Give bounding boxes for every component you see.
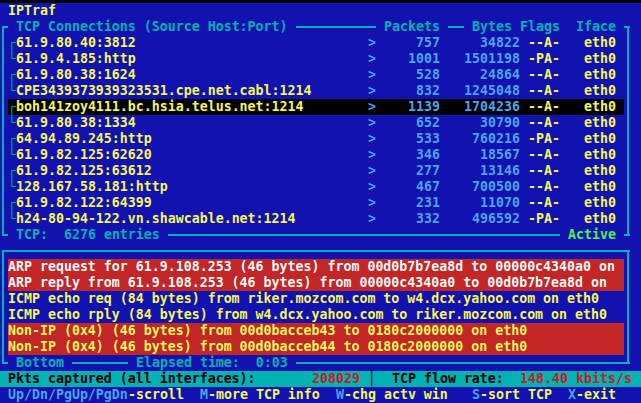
key-more-info[interactable]: M xyxy=(200,387,208,403)
tcp-connection-row[interactable]: ┌ 61.9.80.40:3812 > 757 34822 --A- eth0 xyxy=(0,35,641,51)
bytes-count: 11070 xyxy=(464,195,520,211)
pair-bracket-icon: ┌ xyxy=(8,67,16,83)
pair-bracket-icon: ┌ xyxy=(8,99,16,115)
top-black-strip xyxy=(0,0,641,3)
pair-bracket-icon: ┌ xyxy=(8,163,16,179)
interface-name: eth0 xyxy=(584,131,616,147)
packets-count: 332 xyxy=(384,211,440,227)
status-bar-row: Pkts captured (all interfaces): 208029 │… xyxy=(0,371,641,387)
direction-arrow-icon: > xyxy=(368,99,376,115)
tcp-flags: --A- xyxy=(528,83,560,99)
packets-count: 832 xyxy=(384,83,440,99)
packet-log-line: ICMP echo req (84 bytes) from riker.mozc… xyxy=(8,291,599,307)
tcp-panel-border-left xyxy=(2,26,4,236)
title-row: IPTraf xyxy=(0,3,641,19)
log-panel-border-top xyxy=(2,250,630,252)
pkts-captured-value: 208029 xyxy=(312,371,360,387)
tcp-connection-row[interactable]: ┌ 61.9.82.125:63612 > 277 13146 --A- eth… xyxy=(0,163,641,179)
interface-name: eth0 xyxy=(584,179,616,195)
key-change-window[interactable]: W xyxy=(336,387,344,403)
packet-log-row: ICMP echo req (84 bytes) from riker.mozc… xyxy=(0,291,641,307)
log-panel-border-bottom xyxy=(2,362,630,364)
elapsed-time-value: 0:03 xyxy=(256,355,288,370)
tcp-connection-row[interactable]: └ 61.9.80.38:1334 > 652 30790 --A- eth0 xyxy=(0,115,641,131)
connection-host: 61.9.80.38:1334 xyxy=(16,115,136,131)
log-panel-border-left xyxy=(2,250,4,364)
key-sort[interactable]: S xyxy=(472,387,480,403)
packet-log-line: ICMP echo rply (84 bytes) from w4.dcx.ya… xyxy=(8,307,607,323)
connection-host: 61.9.4.185:http xyxy=(16,51,136,67)
direction-arrow-icon: > xyxy=(368,35,376,51)
packet-log-row: ARP reply from 61.9.108.253 (46 bytes) f… xyxy=(0,275,641,291)
packet-log-line: ARP reply from 61.9.108.253 (46 bytes) f… xyxy=(8,275,607,291)
elapsed-time: Elapsed time: 0:03 xyxy=(128,355,296,371)
tcp-connection-row[interactable]: ┌ 64.94.89.245:http > 533 760216 -PA- et… xyxy=(0,131,641,147)
tcp-flags: --A- xyxy=(528,163,560,179)
bytes-count: 34822 xyxy=(464,35,520,51)
column-header-packets: Packets xyxy=(376,19,448,35)
tcp-connection-row[interactable]: └ h24-80-94-122.vn.shawcable.net:1214 > … xyxy=(0,211,641,227)
app-title: IPTraf xyxy=(8,3,56,19)
log-panel-border-right xyxy=(627,250,629,364)
packets-count: 231 xyxy=(384,195,440,211)
tcp-flags: --A- xyxy=(528,147,560,163)
connection-host: 61.9.80.40:3812 xyxy=(16,35,136,51)
bytes-count: 1245048 xyxy=(464,83,520,99)
packets-count: 1001 xyxy=(384,51,440,67)
bytes-count: 496592 xyxy=(464,211,520,227)
bytes-count: 1501198 xyxy=(464,51,520,67)
pair-bracket-icon: ┌ xyxy=(8,195,16,211)
connection-host: h24-80-94-122.vn.shawcable.net:1214 xyxy=(16,211,296,227)
direction-arrow-icon: > xyxy=(368,195,376,211)
bytes-count: 700500 xyxy=(464,179,520,195)
tcp-entries-word: entries xyxy=(104,227,160,242)
packet-log-row: ARP request for 61.9.108.253 (46 bytes) … xyxy=(0,259,641,275)
tcp-connection-row[interactable]: ┌ boh141zoy4111.bc.hsia.telus.net:1214 >… xyxy=(0,99,641,115)
elapsed-time-label: Elapsed time: xyxy=(136,355,240,370)
scroll-position-label: Bottom xyxy=(8,355,72,371)
direction-arrow-icon: > xyxy=(368,131,376,147)
packet-log-line: Non-IP (0x4) (46 bytes) from 00d0bacceb4… xyxy=(8,323,527,339)
column-header-flags: Flags xyxy=(520,19,576,35)
connection-host: 61.9.82.125:63612 xyxy=(16,163,152,179)
pkts-captured-label: Pkts captured (all interfaces): xyxy=(8,371,256,387)
tcp-flow-rate-label: TCP flow rate: xyxy=(392,371,504,387)
packets-count: 346 xyxy=(384,147,440,163)
interface-name: eth0 xyxy=(584,163,616,179)
direction-arrow-icon: > xyxy=(368,115,376,131)
tcp-connection-row[interactable]: ┌ 61.9.82.122:64399 > 231 11070 --A- eth… xyxy=(0,195,641,211)
tcp-connection-row[interactable]: └ 61.9.4.185:http > 1001 1501198 -PA- et… xyxy=(0,51,641,67)
direction-arrow-icon: > xyxy=(368,51,376,67)
pair-bracket-icon: ┌ xyxy=(8,35,16,51)
packets-count: 467 xyxy=(384,179,440,195)
bytes-count: 760216 xyxy=(464,131,520,147)
bytes-count: 24864 xyxy=(464,67,520,83)
packet-log-row: ICMP echo rply (84 bytes) from w4.dcx.ya… xyxy=(0,307,641,323)
key-exit[interactable]: X xyxy=(568,387,576,403)
bytes-count: 18567 xyxy=(464,147,520,163)
interface-name: eth0 xyxy=(584,147,616,163)
key-scroll[interactable]: Up/Dn/PgUp/PgDn xyxy=(8,387,128,403)
tcp-flow-rate-unit: kbits/s xyxy=(576,371,632,387)
active-status-badge: Active xyxy=(560,227,624,243)
connection-host: 61.9.82.122:64399 xyxy=(16,195,152,211)
connection-host: 64.94.89.245:http xyxy=(16,131,152,147)
packets-count: 533 xyxy=(384,131,440,147)
tcp-connection-row[interactable]: └ CPE3439373939323531.cpe.net.cabl:1214 … xyxy=(0,83,641,99)
packet-log-line: ARP request for 61.9.108.253 (46 bytes) … xyxy=(8,259,615,275)
tcp-flags: -PA- xyxy=(528,131,560,147)
packets-count: 757 xyxy=(384,35,440,51)
key-change-window-action: -chg actv win xyxy=(344,387,448,403)
tcp-flags: -PA- xyxy=(528,211,560,227)
tcp-connection-row[interactable]: └ 61.9.82.125:62620 > 346 18567 --A- eth… xyxy=(0,147,641,163)
tcp-flags: -PA- xyxy=(528,51,560,67)
tcp-connection-row[interactable]: ┌ 61.9.80.38:1624 > 528 24864 --A- eth0 xyxy=(0,67,641,83)
direction-arrow-icon: > xyxy=(368,163,376,179)
interface-name: eth0 xyxy=(584,67,616,83)
direction-arrow-icon: > xyxy=(368,211,376,227)
tcp-connection-row[interactable]: └ 128.167.58.181:http > 467 700500 --A- … xyxy=(0,179,641,195)
key-more-info-action: -more TCP info xyxy=(208,387,320,403)
tcp-flags: --A- xyxy=(528,35,560,51)
direction-arrow-icon: > xyxy=(368,67,376,83)
pair-bracket-icon: └ xyxy=(8,83,16,99)
